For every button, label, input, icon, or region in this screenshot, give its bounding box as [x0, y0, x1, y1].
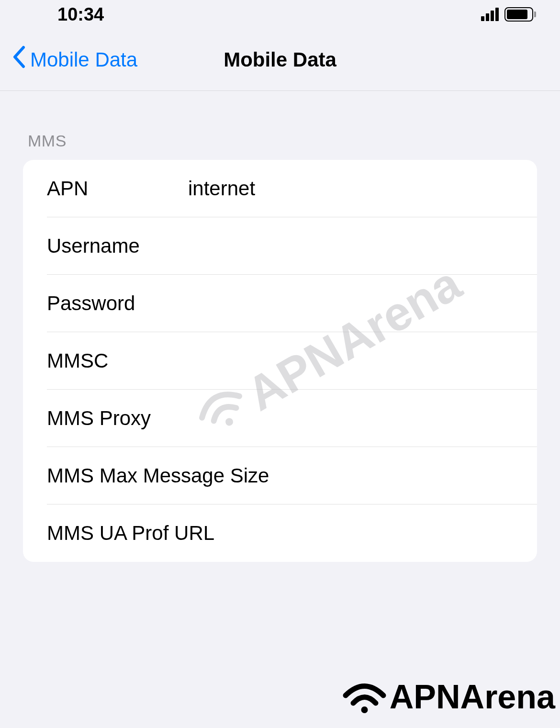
password-input[interactable]	[188, 292, 537, 315]
mms-ua-row[interactable]: MMS UA Prof URL	[23, 504, 537, 562]
mms-proxy-input[interactable]	[188, 407, 537, 430]
chevron-left-icon	[12, 45, 25, 74]
username-row[interactable]: Username	[23, 217, 537, 275]
username-label: Username	[47, 235, 188, 258]
brand-text: APNArena	[390, 678, 555, 716]
mms-proxy-label: MMS Proxy	[47, 407, 188, 430]
status-icons	[481, 7, 536, 22]
password-row[interactable]: Password	[23, 275, 537, 332]
battery-icon	[504, 7, 536, 22]
mms-settings-group: APN Username Password MMSC MMS Proxy MMS…	[23, 160, 537, 562]
apn-label: APN	[47, 177, 188, 200]
mms-proxy-row[interactable]: MMS Proxy	[23, 390, 537, 447]
mmsc-label: MMSC	[47, 349, 188, 372]
svg-point-1	[361, 706, 368, 713]
status-time: 10:34	[57, 4, 104, 25]
cellular-signal-icon	[481, 8, 499, 21]
page-title: Mobile Data	[224, 48, 336, 71]
back-button[interactable]: Mobile Data	[0, 45, 137, 74]
mmsc-input[interactable]	[188, 349, 537, 372]
navigation-bar: Mobile Data Mobile Data	[0, 29, 560, 91]
back-label: Mobile Data	[30, 48, 137, 71]
mms-max-label: MMS Max Message Size	[47, 464, 270, 487]
mms-ua-input[interactable]	[270, 522, 537, 545]
section-header: MMS	[23, 91, 537, 160]
brand-footer: APNArena	[342, 678, 555, 716]
username-input[interactable]	[188, 235, 537, 258]
mms-ua-label: MMS UA Prof URL	[47, 522, 270, 545]
wifi-icon	[342, 679, 387, 715]
mms-max-row[interactable]: MMS Max Message Size	[23, 447, 537, 504]
apn-row[interactable]: APN	[23, 160, 537, 217]
apn-input[interactable]	[188, 177, 537, 200]
status-bar: 10:34	[0, 0, 560, 29]
mmsc-row[interactable]: MMSC	[23, 332, 537, 390]
mms-max-input[interactable]	[270, 464, 537, 487]
password-label: Password	[47, 292, 188, 315]
